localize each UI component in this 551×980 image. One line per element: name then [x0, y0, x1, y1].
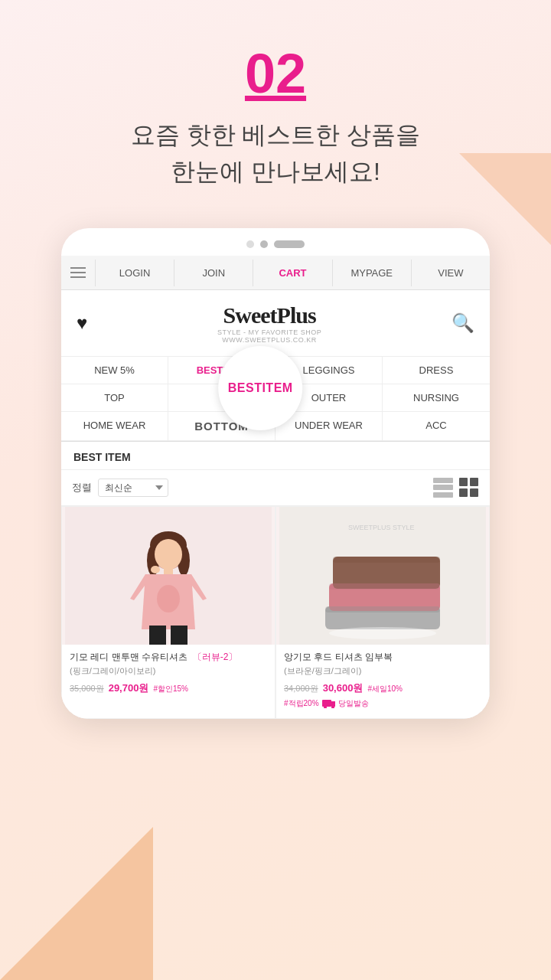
product-grid: 기모 레디 맨투맨 수유티셔츠 〔러뷰-2〕 (핑크/그레이/아이보리) 35,…: [61, 506, 490, 719]
view-icons: [433, 478, 479, 498]
cat-top[interactable]: TOP: [61, 384, 168, 412]
nav-bar: LOGIN JOIN CART MYPAGE VIEW: [61, 256, 490, 290]
nav-join[interactable]: JOIN: [174, 260, 253, 286]
svg-point-19: [329, 627, 436, 639]
dot-2: [260, 240, 268, 248]
svg-text:SWEETPLUS STYLE: SWEETPLUS STYLE: [348, 524, 415, 531]
sort-left: 정렬 최신순 인기순 낮은가격순 높은가격순: [72, 479, 168, 497]
product-price-row-1: 35,000원 29,700원 #할인15%: [70, 681, 267, 695]
cat-acc[interactable]: ACC: [383, 412, 490, 441]
dot-long: [274, 240, 305, 248]
heart-icon[interactable]: ♥: [77, 312, 87, 334]
cat-new[interactable]: NEW 5%: [61, 357, 168, 384]
product-price-row-2: 34,000원 30,600원 #세일10%: [284, 681, 481, 695]
phone-mockup: LOGIN JOIN CART MYPAGE VIEW ♥ SweetPlus …: [61, 228, 490, 719]
subtitle-line1: 요즘 핫한 베스트한 상품을: [131, 121, 421, 149]
product-info-2: 앙기모 후드 티셔츠 임부복 (브라운/핑크/그레이) 34,000원 30,6…: [276, 645, 489, 718]
product-color-1: (핑크/그레이/아이보리): [70, 665, 267, 677]
sort-bar: 정렬 최신순 인기순 낮은가격순 높은가격순: [61, 470, 490, 506]
product-discount-2: #세일10%: [367, 684, 403, 694]
bg-decoration-left: [0, 827, 153, 980]
bestitem-bubble-text: BESTITEM: [228, 381, 293, 395]
sort-label: 정렬: [72, 481, 92, 495]
product-card-1[interactable]: 기모 레디 맨투맨 수유티셔츠 〔러뷰-2〕 (핑크/그레이/아이보리) 35,…: [62, 507, 275, 718]
logo-tagline: STYLE - MY FAVORITE SHOP: [217, 328, 321, 336]
product-original-price-2: 34,000원: [284, 683, 318, 694]
product-img-1: [62, 507, 275, 645]
product-tags-2: #적립20% 당일발송: [284, 698, 481, 709]
product-name-2: 앙기모 후드 티셔츠 임부복: [284, 651, 481, 664]
svg-rect-20: [322, 700, 331, 707]
menu-icon[interactable]: [61, 256, 95, 289]
product-badge-1: 〔러뷰-2〕: [193, 652, 238, 662]
product-img-2: SWEETPLUS STYLE: [276, 507, 489, 645]
svg-rect-17: [329, 583, 440, 590]
menu-line-2: [70, 272, 86, 273]
product-tag-cashback: #적립20%: [284, 698, 319, 709]
category-nav: NEW 5% BESTITEM LEGGINGS DRESS TOP OUTER…: [61, 357, 490, 442]
grid-view-icon[interactable]: [459, 478, 479, 498]
section-title: BEST ITEM: [61, 442, 490, 470]
svg-rect-8: [149, 626, 166, 645]
step-number: 02: [245, 46, 306, 101]
list-view-icon[interactable]: [433, 478, 453, 498]
svg-rect-6: [164, 567, 173, 574]
menu-line-3: [70, 276, 86, 278]
svg-rect-9: [171, 626, 187, 645]
truck-icon: [322, 699, 336, 708]
menu-line-1: [70, 267, 86, 269]
product-info-1: 기모 레디 맨투맨 수유티셔츠 〔러뷰-2〕 (핑크/그레이/아이보리) 35,…: [62, 645, 275, 704]
product-tag-delivery: 당일발송: [322, 698, 369, 709]
search-icon[interactable]: 🔍: [452, 312, 474, 334]
dot-1: [246, 240, 254, 248]
logo-text: SweetPlus: [217, 302, 321, 328]
svg-rect-18: [325, 606, 440, 612]
product-sale-price-1: 29,700원: [109, 681, 149, 695]
svg-marker-21: [331, 701, 335, 707]
product-card-2[interactable]: SWEETPLUS STYLE: [276, 507, 489, 718]
pagination-dots: [61, 228, 490, 256]
product-name-1: 기모 레디 맨투맨 수유티셔츠 〔러뷰-2〕: [70, 651, 267, 664]
svg-point-7: [157, 585, 180, 612]
nav-view[interactable]: VIEW: [411, 260, 490, 286]
product-sale-price-2: 30,600원: [323, 681, 364, 695]
nav-login[interactable]: LOGIN: [95, 260, 174, 286]
sort-select[interactable]: 최신순 인기순 낮은가격순 높은가격순: [98, 479, 168, 497]
svg-rect-16: [333, 557, 440, 563]
bestitem-bubble: BESTITEM: [218, 346, 302, 430]
svg-point-5: [155, 539, 182, 570]
product-original-price-1: 35,000원: [70, 683, 104, 694]
product-color-2: (브라운/핑크/그레이): [284, 665, 481, 677]
subtitle: 요즘 핫한 베스트한 상품을 한눈에 만나보세요!: [131, 116, 421, 190]
cat-nursing[interactable]: NURSING: [383, 384, 490, 412]
product-discount-1: #할인15%: [153, 684, 188, 694]
nav-mypage[interactable]: MYPAGE: [332, 260, 411, 286]
logo-url: WWW.SWEETPLUS.CO.KR: [217, 336, 321, 344]
cat-dress[interactable]: DRESS: [383, 357, 490, 384]
subtitle-line2: 한눈에 만나보세요!: [171, 158, 380, 185]
nav-cart[interactable]: CART: [253, 260, 331, 286]
logo-center: SweetPlus STYLE - MY FAVORITE SHOP WWW.S…: [217, 302, 321, 344]
cat-homewear[interactable]: HOME WEAR: [61, 412, 168, 441]
svg-point-10: [151, 566, 160, 573]
logo-area: ♥ SweetPlus STYLE - MY FAVORITE SHOP WWW…: [61, 290, 490, 357]
